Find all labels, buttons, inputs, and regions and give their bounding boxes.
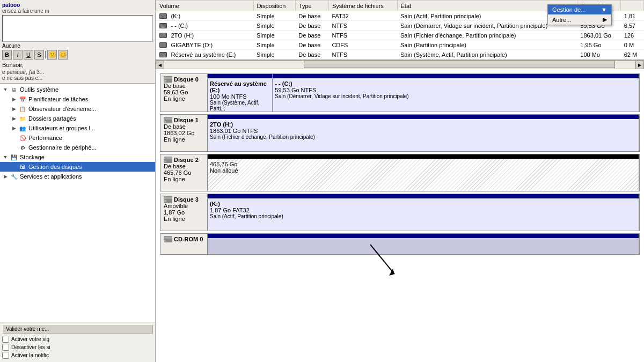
checkbox-row-3: Activer la notific: [2, 352, 153, 359]
smiley-sad[interactable]: 🙁: [47, 50, 57, 60]
smiley-happy[interactable]: 😊: [58, 50, 68, 60]
sidebar-item-utilisateurs[interactable]: ▶ 👥 Utilisateurs et groupes l...: [0, 123, 155, 133]
format-bold[interactable]: B: [2, 50, 12, 60]
scroll-right-arrow[interactable]: ▶: [635, 61, 644, 69]
disk-layout-area: Disque 0 De base 59,63 Go En ligne Réser…: [156, 69, 644, 362]
panic-text: e panique, j'ai 3...: [2, 69, 153, 75]
sidebar-item-gestionnaire[interactable]: ▶ ⚙ Gestionnaire de périphé...: [0, 143, 155, 152]
valider-button[interactable]: Valider votre me...: [2, 324, 153, 334]
computer-icon: 🖥: [10, 85, 18, 94]
cell-extra: 6,57: [621, 21, 644, 31]
partition-disk1-0[interactable]: 2TO (H:) 1863,01 Go NTFS Sain (Fichier d…: [208, 115, 639, 151]
checkbox-notific[interactable]: [2, 352, 9, 359]
cell-disposition: Simple: [253, 50, 295, 60]
col-disposition: Disposition: [253, 1, 295, 11]
sidebar-item-planificateur[interactable]: ▶ 📅 Planificateur de tâches: [0, 94, 155, 104]
dossiers-label: Dossiers partagés: [28, 115, 76, 122]
partition-header-dark: [208, 154, 639, 159]
greeting: Bonsoir,: [2, 62, 153, 68]
horizontal-scrollbar[interactable]: ◀ ▶: [156, 61, 644, 69]
partition-disk2-0[interactable]: 465,76 Go Non alloué: [208, 154, 639, 191]
disk-size: 59,63 Go: [164, 89, 204, 95]
format-italic[interactable]: I: [13, 50, 23, 60]
checkbox-row-1: Activer votre sig: [2, 336, 153, 343]
outils-label: Outils système: [20, 86, 58, 93]
disk-type: De base: [164, 83, 204, 89]
left-bottom-panel: Valider votre me... Activer votre sig Dé…: [0, 322, 155, 362]
arrow-observateur: ▶: [11, 106, 17, 112]
cell-type: De base: [295, 50, 328, 60]
performance-icon: 🚫: [18, 134, 27, 142]
partition-status-label: Sain (Démarrer, Vidage sur incident, Par…: [273, 93, 639, 99]
disk-label-disk3: Disque 3 Amovible 1,87 Go En ligne: [160, 194, 208, 231]
checkbox-desactiver[interactable]: [2, 344, 9, 351]
context-menu-autre-label: Autre...: [552, 17, 571, 23]
partition-header-blue: [208, 74, 272, 78]
table-row[interactable]: Réservé au système (E:) Simple De base N…: [156, 50, 644, 60]
disk-status: En ligne: [164, 176, 204, 182]
sidebar-item-observateur[interactable]: ▶ 📋 Observateur d'événeme...: [0, 104, 155, 114]
partition-disk0-0[interactable]: Réservé au système (E:) 100 Mo NTFS Sain…: [208, 74, 273, 112]
context-menu-item-autre[interactable]: Autre... ▶: [548, 14, 611, 25]
planificateur-label: Planificateur de tâches: [28, 96, 88, 102]
cell-systeme-fichiers: NTFS: [328, 50, 397, 60]
partition-cdrom0-0[interactable]: [208, 234, 639, 254]
checkbox-activer-sig-label: Activer votre sig: [11, 336, 49, 342]
partition-name: (K:): [208, 201, 639, 207]
disk-type: De base: [164, 123, 204, 130]
know-text: e ne sais pas c...: [2, 75, 153, 81]
divider: [45, 51, 46, 58]
disk-row-disk0: Disque 0 De base 59,63 Go En ligne Réser…: [160, 73, 640, 112]
disk-label-cdrom0: CD-ROM 0: [160, 234, 208, 254]
sidebar-item-performance[interactable]: ▶ 🚫 Performance: [0, 133, 155, 143]
scroll-left-arrow[interactable]: ◀: [156, 61, 164, 69]
message-hint: ensez à faire une m: [2, 8, 153, 14]
left-panel: patooo ensez à faire une m Aucune B I U …: [0, 0, 156, 362]
partition-disk0-1[interactable]: - - (C:) 59,53 Go NTFS Sain (Démarrer, V…: [273, 74, 639, 112]
cell-extra: 62 M: [621, 50, 644, 60]
scroll-thumb[interactable]: [304, 61, 615, 68]
cell-volume: Réservé au système (E:): [156, 50, 254, 60]
planificateur-icon: 📅: [18, 95, 27, 104]
table-row[interactable]: GIGABYTE (D:) Simple De base CDFS Sain (…: [156, 40, 644, 50]
cell-type: De base: [295, 11, 328, 21]
partition-disk3-0[interactable]: (K:) 1,87 Go FAT32 Sain (Actif, Partitio…: [208, 194, 639, 231]
col-volume: Volume: [156, 1, 254, 11]
disk-type: Amovible: [164, 203, 204, 209]
services-icon: 🔧: [10, 172, 18, 181]
user-name: patooo: [2, 2, 153, 8]
svg-rect-8: [164, 160, 166, 162]
partition-size-label: 1863,01 Go NTFS: [208, 128, 639, 134]
context-menu-autre-arrow: ▶: [603, 16, 607, 23]
partitions-cdrom0: [208, 234, 639, 254]
svg-rect-14: [164, 240, 166, 242]
svg-rect-2: [164, 80, 166, 82]
svg-rect-1: [164, 77, 172, 79]
cell-volume: - - (C:): [156, 21, 254, 31]
sidebar-item-gestion-disques[interactable]: ▶ 🖫 Gestion des disques: [0, 162, 155, 172]
table-row[interactable]: 2TO (H:) Simple De base NTFS Sain (Fichi…: [156, 31, 644, 40]
sidebar-item-services[interactable]: ▶ 🔧 Services et applications: [0, 172, 155, 181]
cell-type: De base: [295, 31, 328, 40]
col-type: Type: [295, 1, 328, 11]
format-strikethrough[interactable]: S: [34, 50, 44, 60]
partition-name: Réservé au système (E:): [208, 80, 272, 93]
partition-name: 2TO (H:): [208, 121, 639, 128]
cell-disposition: Simple: [253, 21, 295, 31]
observateur-icon: 📋: [18, 105, 27, 113]
partition-size-label: 100 Mo NTFS: [208, 93, 272, 100]
gestion-disques-label: Gestion des disques: [28, 164, 82, 170]
context-menu-item-gestion[interactable]: Gestion de... ▼: [548, 5, 611, 14]
sidebar-item-outils[interactable]: ▼ 🖥 Outils système: [0, 85, 155, 94]
partition-size: 465,76 Go: [208, 161, 639, 167]
sidebar-item-stockage[interactable]: ▼ 💾 Stockage: [0, 152, 155, 162]
disk-row-cdrom0: CD-ROM 0: [160, 233, 640, 255]
checkbox-activer-sig[interactable]: [2, 336, 9, 343]
no-label: Aucune: [2, 43, 153, 49]
sidebar-item-dossiers[interactable]: ▶ 📁 Dossiers partagés: [0, 114, 155, 123]
disk-status: En ligne: [164, 136, 204, 143]
cell-extra: 0 M: [621, 40, 644, 50]
partition-status-label: Sain (Fichier d'échange, Partition princ…: [208, 134, 639, 140]
svg-rect-13: [164, 237, 172, 239]
format-underline[interactable]: U: [24, 50, 33, 60]
